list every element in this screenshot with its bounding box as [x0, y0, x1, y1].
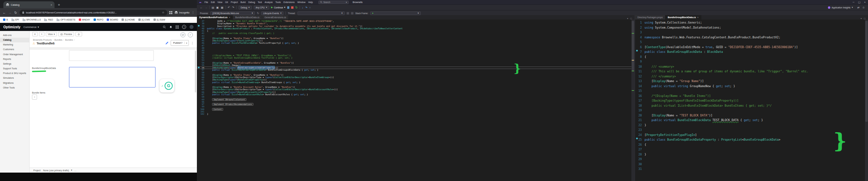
vs-search-box[interactable]: Search ▾: [318, 1, 349, 4]
sidebar-item-add-ons[interactable]: Add-ons: [0, 33, 29, 38]
code-line[interactable]: 14 public virtual string GroupNameNew { …: [635, 84, 868, 89]
address-bar[interactable]: localhost:44397/EPiServer/Commerce/catal…: [20, 10, 167, 16]
bookmark-item[interactable]: [L] HOME: [122, 19, 135, 21]
breadcrumb-item[interactable]: Bundles: [55, 39, 63, 41]
close-icon[interactable]: ×: [864, 1, 866, 4]
add-bundle-item-button[interactable]: +: [32, 94, 37, 99]
code-line[interactable]: 22}: [635, 123, 868, 128]
code-line[interactable]: 10 /// <summary>: [635, 64, 868, 69]
code-line[interactable]: 7public class BundleGroupBlockData : Blo…: [635, 50, 868, 55]
code-line[interactable]: 54 [Display(Name = "BundleGroupBlockData…: [197, 62, 634, 64]
bookmark-star-icon[interactable]: ☆: [162, 11, 164, 14]
document-dropdown-icon[interactable]: ▾: [627, 17, 628, 20]
sidebar-item-reports[interactable]: Reports: [0, 57, 29, 62]
menu-view[interactable]: View: [216, 1, 224, 3]
breadcrumb-item[interactable]: Bundles: [65, 39, 73, 41]
menu-build[interactable]: Build: [239, 1, 247, 3]
code-line[interactable]: 102}: [197, 113, 634, 115]
code-line[interactable]: 52 //public virtual BundleGroupBlockData…: [197, 57, 634, 59]
bookmark-item[interactable]: [L] S&W: [153, 19, 165, 21]
code-line[interactable]: 16 /*[Display(Name = "Bundle Items")]: [635, 93, 868, 98]
edit-pencil-icon[interactable]: [165, 41, 168, 45]
nav-back-icon[interactable]: ←: [200, 6, 203, 9]
project-value[interactable]: None (use primary drafts): [43, 169, 69, 172]
tasks-button[interactable]: ✓: [188, 32, 193, 37]
code-line[interactable]: 42 // public override string ClassTypeId…: [197, 32, 634, 35]
menu-debug[interactable]: Debug: [247, 1, 256, 3]
browser-menu-icon[interactable]: ⋮: [191, 11, 194, 14]
code-line[interactable]: 12 /// </summary>: [635, 74, 868, 79]
settings-button[interactable]: [75, 32, 82, 36]
step-out-icon[interactable]: ↑: [309, 6, 311, 9]
sidebar-item-simulators[interactable]: Simulators: [0, 76, 29, 81]
menu-tools[interactable]: Tools: [274, 1, 282, 3]
nav-forward-icon[interactable]: →: [205, 6, 207, 9]
code-line[interactable]: 9: [635, 59, 868, 64]
bookmark-item[interactable]: REPO: [94, 19, 103, 21]
editor-tab[interactable]: BundleGroupBlockData.cs×: [665, 15, 702, 20]
bookmark-item[interactable]: EPI: [11, 19, 19, 21]
help-icon[interactable]: ?: [182, 25, 186, 29]
float-window-icon[interactable]: ▢: [864, 17, 866, 20]
feedback-icon[interactable]: ☺: [862, 6, 865, 9]
application-insights-dropdown[interactable]: Application Insights ▾: [826, 6, 855, 9]
editor-tab[interactable]: Directory.Packages.props: [635, 15, 665, 20]
editor-tab[interactable]: DynamicBundleProduct.cs×: [197, 15, 233, 20]
code-line[interactable]: 47: [197, 45, 634, 47]
code-editor[interactable]: 1using System.Collections.Generic;2using…: [635, 20, 868, 181]
code-line[interactable]: 19: [635, 108, 868, 113]
code-line[interactable]: 62 public virtual IList<BundleItemGroup>…: [197, 82, 634, 84]
extensions-icon[interactable]: [169, 11, 172, 14]
collapsed-region[interactable]: Content: [212, 108, 223, 111]
thread-dropdown[interactable]: ▾: [298, 11, 345, 15]
bell-icon[interactable]: [169, 26, 172, 29]
code-line[interactable]: 20 [Display(Name = "TEST BLOCK DATA")]: [635, 113, 868, 118]
publish-button[interactable]: Publish? ▾: [170, 40, 189, 46]
quick-action-icon[interactable]: [198, 67, 199, 68]
menu-git[interactable]: Git: [224, 1, 229, 3]
menu-edit[interactable]: Edit: [209, 1, 216, 3]
sidebar-item-product-sku-reports[interactable]: Product & SKU reports: [0, 71, 29, 76]
chevron-down-icon[interactable]: ▾: [71, 169, 72, 172]
code-line[interactable]: 29: [635, 157, 868, 162]
sidebar-item-customers[interactable]: Customers: [0, 47, 29, 52]
sidebar-item-other-tools[interactable]: Other Tools: [0, 86, 29, 90]
code-line[interactable]: 6[ContentType(AvailableInEditMode = true…: [635, 45, 868, 50]
tab-close-icon[interactable]: ×: [698, 16, 699, 19]
stack-frame-dropdown[interactable]: ▸ ▾: [370, 11, 421, 15]
solution-config-dropdown[interactable]: Debug▾: [239, 6, 251, 9]
code-line[interactable]: 4namespace Brownells.Web.Features.Catalo…: [635, 35, 868, 40]
code-line[interactable]: 1using System.Collections.Generic;: [635, 20, 868, 25]
code-line[interactable]: 100 Content: [197, 108, 634, 111]
pause-icon[interactable]: [287, 6, 289, 9]
content-scrollbar[interactable]: [195, 51, 196, 92]
menu-extensions[interactable]: Extensions: [282, 1, 296, 3]
sidebar-item-migrations[interactable]: Migrations: [0, 81, 29, 86]
editor-scrollbar[interactable]: [631, 20, 634, 181]
new-tab-button[interactable]: +: [58, 3, 60, 7]
bookmark-item[interactable]: MNDAY: [79, 19, 90, 21]
product-switcher[interactable]: Commerce ▾: [24, 26, 39, 29]
code-line[interactable]: 30: [635, 162, 868, 167]
collapsed-region[interactable]: Implement IProductRecommendations: [212, 103, 253, 105]
code-line[interactable]: 69 Implement IBrownellsContent: [197, 98, 634, 101]
code-line[interactable]: 49: [197, 50, 634, 52]
restart-icon[interactable]: ↻: [296, 6, 298, 9]
editor-tab[interactable]: BundleItemBlockData.cs: [233, 15, 262, 20]
sidebar-item-settings[interactable]: Settings: [0, 62, 29, 66]
bookmark-item[interactable]: BOARD: [107, 19, 118, 21]
menu-window[interactable]: Window: [296, 1, 307, 3]
code-line[interactable]: 11 /// This will be a name of group of i…: [635, 69, 868, 74]
code-line[interactable]: 31: [635, 167, 868, 172]
save-all-icon[interactable]: ▦: [221, 6, 223, 9]
bookmark-item[interactable]: R&D: [44, 19, 53, 21]
bundlegroupblockdata-content-area[interactable]: [69, 67, 155, 88]
code-line[interactable]: 46 public virtual IList<TestBlockData> T…: [197, 42, 634, 44]
sidebar-item-support-tools[interactable]: Support Tools: [0, 66, 29, 71]
sidebar-item-marketing[interactable]: Marketing: [0, 42, 29, 47]
tab-close-icon[interactable]: ×: [229, 16, 230, 19]
menu-project[interactable]: Project: [229, 1, 239, 3]
document-dropdown-icon[interactable]: ▾: [861, 17, 862, 20]
process-dropdown[interactable]: [29036] Brownells.Web.exe ▾: [210, 11, 255, 15]
code-line[interactable]: 17 [BackingType(typeof(BundleItemBlockDa…: [635, 98, 868, 103]
